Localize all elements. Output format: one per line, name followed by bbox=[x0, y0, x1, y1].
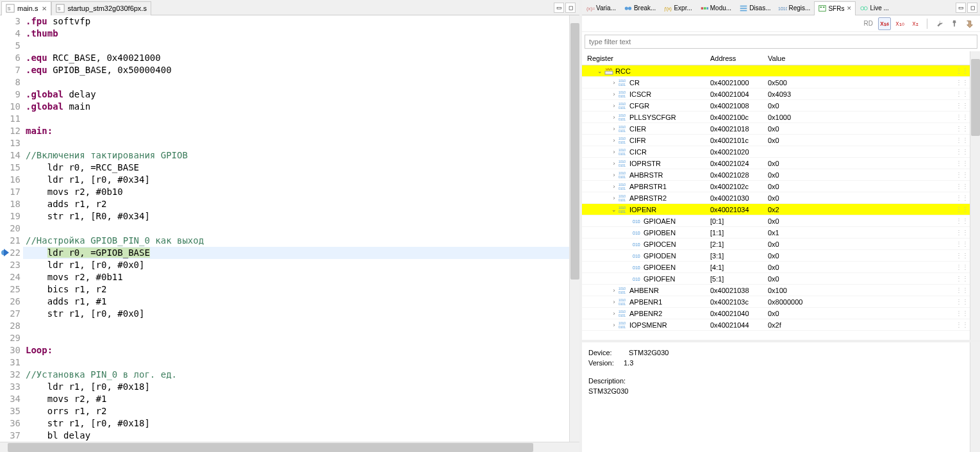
expand-arrow-icon[interactable]: › bbox=[610, 80, 618, 86]
minimize-button[interactable]: ▭ bbox=[956, 3, 966, 13]
code-line[interactable]: .global main bbox=[23, 101, 569, 113]
code-line[interactable]: Loop: bbox=[23, 344, 569, 356]
expand-arrow-icon[interactable]: › bbox=[610, 137, 618, 144]
row-menu-icon[interactable]: ⋮⋮ bbox=[954, 321, 970, 328]
minimize-button[interactable]: ▭ bbox=[554, 3, 564, 13]
row-menu-icon[interactable]: ⋮⋮ bbox=[954, 102, 970, 109]
code-line[interactable] bbox=[23, 113, 569, 125]
row-menu-icon[interactable]: ⋮⋮ bbox=[954, 310, 970, 317]
scroll-thumb[interactable] bbox=[570, 23, 579, 280]
scroll-thumb[interactable] bbox=[8, 443, 533, 452]
code-line[interactable]: str r1, [r0, #0x0] bbox=[23, 308, 569, 320]
code-editor[interactable]: 3456789101112131415161718192021222324252… bbox=[0, 15, 579, 442]
export-button[interactable] bbox=[963, 17, 976, 30]
row-menu-icon[interactable]: ⋮⋮ bbox=[954, 148, 970, 155]
row-menu-icon[interactable]: ⋮⋮ bbox=[954, 194, 970, 201]
pin-button[interactable] bbox=[948, 17, 961, 30]
expand-arrow-icon[interactable]: › bbox=[610, 195, 618, 201]
register-row[interactable]: ›10100101IOPSMENR0x400210440x2f⋮⋮ bbox=[582, 319, 970, 331]
code-line[interactable] bbox=[23, 320, 569, 332]
row-menu-icon[interactable]: ⋮⋮ bbox=[954, 171, 970, 178]
close-icon[interactable]: ✕ bbox=[42, 5, 47, 12]
register-row[interactable]: ›10100101IOPRSTR0x400210240x0⋮⋮ bbox=[582, 158, 970, 169]
vertical-scrollbar[interactable] bbox=[970, 342, 980, 452]
expand-arrow-icon[interactable]: › bbox=[610, 149, 618, 155]
tab-regis[interactable]: 1010Regis... bbox=[774, 1, 814, 15]
row-menu-icon[interactable]: ⋮⋮ bbox=[954, 206, 970, 213]
register-row[interactable]: ›10100101CIFR0x4002101c0x0⋮⋮ bbox=[582, 135, 970, 146]
close-icon[interactable]: ✕ bbox=[847, 5, 852, 12]
row-menu-icon[interactable]: ⋮⋮ bbox=[954, 240, 970, 247]
row-menu-icon[interactable]: ⋮⋮ bbox=[954, 79, 970, 86]
code-line[interactable]: ldr r1, [r0, #0x0] bbox=[23, 259, 569, 271]
bin-mode-button[interactable]: x₂ bbox=[909, 17, 922, 30]
tab-startup[interactable]: S startup_stm32g030f6px.s bbox=[51, 1, 151, 15]
expand-arrow-icon[interactable]: › bbox=[610, 91, 618, 97]
hex-mode-button[interactable]: x₁₆ bbox=[878, 17, 891, 30]
row-menu-icon[interactable]: ⋮⋮ bbox=[954, 125, 970, 132]
tab-main-s[interactable]: S main.s ✕ bbox=[1, 1, 51, 15]
col-address[interactable]: Address bbox=[710, 54, 768, 62]
expand-arrow-icon[interactable]: ⌄ bbox=[596, 68, 604, 74]
code-line[interactable]: .thumb bbox=[23, 28, 569, 40]
expand-arrow-icon[interactable]: › bbox=[610, 114, 618, 121]
tab-sfrs[interactable]: SFRs✕ bbox=[814, 1, 856, 15]
register-row[interactable]: ›10100101CICR0x40021020⋮⋮ bbox=[582, 146, 970, 158]
code-line[interactable]: movs r2, #0b10 bbox=[23, 186, 569, 198]
register-row[interactable]: ⌄10100101IOPENR0x400210340x2⋮⋮ bbox=[582, 204, 970, 215]
vertical-scrollbar[interactable] bbox=[970, 51, 980, 340]
code-line[interactable]: .equ RCC_BASE, 0x40021000 bbox=[23, 52, 569, 64]
register-row[interactable]: ›10100101CIER0x400210180x0⋮⋮ bbox=[582, 123, 970, 135]
code-line[interactable]: str r1, [R0, #0x34] bbox=[23, 210, 569, 222]
col-value[interactable]: Value bbox=[768, 54, 954, 62]
code-line[interactable]: str r1, [r0, #0x18] bbox=[23, 417, 569, 430]
filter-input[interactable] bbox=[585, 35, 977, 49]
row-menu-icon[interactable]: ⋮⋮ bbox=[954, 275, 970, 282]
code-line[interactable] bbox=[23, 76, 569, 88]
horizontal-scrollbar[interactable] bbox=[0, 442, 579, 452]
expand-arrow-icon[interactable]: › bbox=[610, 299, 618, 305]
register-row[interactable]: ›10100101PLLSYSCFGR0x4002100c0x1000⋮⋮ bbox=[582, 112, 970, 123]
register-row[interactable]: 010GPIODEN[3:1]0x0⋮⋮ bbox=[582, 250, 970, 262]
row-menu-icon[interactable]: ⋮⋮ bbox=[954, 264, 970, 271]
tab-live[interactable]: Live ... bbox=[856, 1, 892, 15]
code-line[interactable]: ldr r1, [r0, #0x18] bbox=[23, 381, 569, 393]
expand-arrow-icon[interactable]: › bbox=[610, 310, 618, 317]
expand-arrow-icon[interactable]: › bbox=[610, 322, 618, 328]
row-menu-icon[interactable]: ⋮⋮ bbox=[954, 229, 970, 236]
code-line[interactable]: //Установка PIN_0 в лог. ед. bbox=[23, 369, 569, 381]
code-line[interactable]: adds r1, r2 bbox=[23, 198, 569, 210]
expand-arrow-icon[interactable]: ⌄ bbox=[610, 206, 618, 213]
code-line[interactable]: adds r1, #1 bbox=[23, 296, 569, 308]
register-row[interactable]: ›10100101CR0x400210000x500⋮⋮ bbox=[582, 77, 970, 88]
code-line[interactable] bbox=[23, 137, 569, 149]
maximize-button[interactable]: ◻ bbox=[565, 3, 576, 13]
code-line[interactable]: //Включения тактирования GPIOB bbox=[23, 149, 569, 162]
code-line[interactable] bbox=[23, 40, 569, 52]
tab-varia[interactable]: (x)=Varia... bbox=[582, 1, 620, 15]
register-row[interactable]: ›10100101APBENR20x400210400x0⋮⋮ bbox=[582, 308, 970, 319]
register-row[interactable]: ›10100101APBENR10x4002103c0x8000000⋮⋮ bbox=[582, 296, 970, 308]
code-line[interactable]: movs r2, #1 bbox=[23, 393, 569, 405]
register-row[interactable]: 010GPIOFEN[5:1]0x0⋮⋮ bbox=[582, 273, 970, 285]
code-line[interactable]: ldr r0, =GPIOB_BASE bbox=[23, 247, 569, 259]
tab-break[interactable]: Break... bbox=[620, 1, 660, 15]
code-line[interactable]: .fpu softvfp bbox=[23, 15, 569, 28]
scroll-thumb[interactable] bbox=[971, 59, 980, 136]
code-line[interactable]: movs r2, #0b11 bbox=[23, 271, 569, 283]
expand-arrow-icon[interactable]: › bbox=[610, 172, 618, 178]
code-line[interactable] bbox=[23, 332, 569, 344]
register-row[interactable]: ›10100101CFGR0x400210080x0⋮⋮ bbox=[582, 100, 970, 112]
tab-expr[interactable]: ƒ(x)Expr... bbox=[660, 1, 695, 15]
maximize-button[interactable]: ◻ bbox=[967, 3, 977, 13]
code-area[interactable]: .fpu softvfp.thumb .equ RCC_BASE, 0x4002… bbox=[23, 15, 569, 442]
code-line[interactable]: bl delay bbox=[23, 430, 569, 442]
row-menu-icon[interactable]: ⋮⋮ bbox=[954, 287, 970, 294]
tab-modu[interactable]: Modu... bbox=[696, 1, 735, 15]
dec-mode-button[interactable]: x₁₀ bbox=[893, 17, 906, 30]
code-line[interactable]: main: bbox=[23, 125, 569, 137]
row-menu-icon[interactable]: ⋮⋮ bbox=[954, 137, 970, 144]
register-row[interactable]: 010GPIOBEN[1:1]0x1⋮⋮ bbox=[582, 227, 970, 239]
code-line[interactable]: //Настройка GPIOB_PIN_0 как выход bbox=[23, 235, 569, 247]
vertical-scrollbar[interactable] bbox=[569, 15, 579, 442]
